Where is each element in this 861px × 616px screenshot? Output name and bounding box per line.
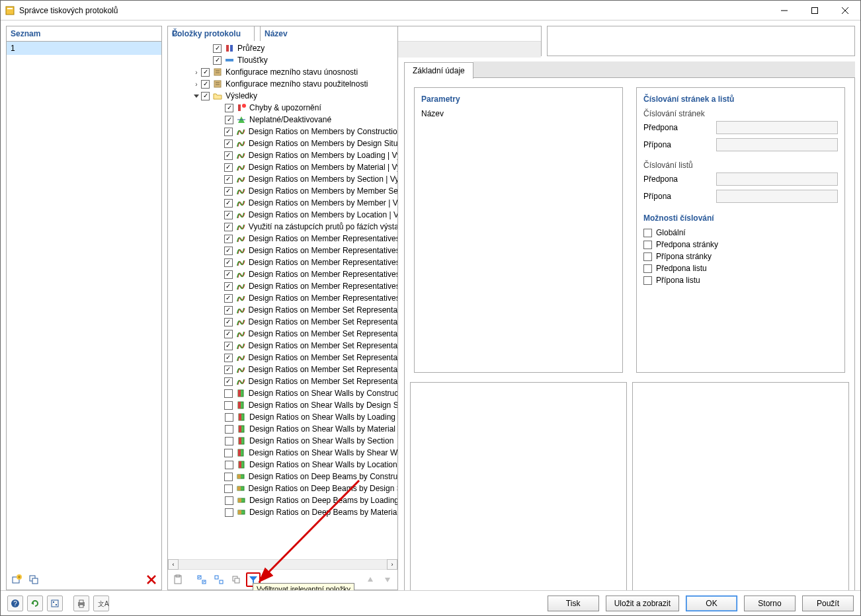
tree-item[interactable]: Design Ratios on Member Set Representati… [168,316,397,328]
tree-checkbox[interactable] [224,306,233,315]
maximize-button[interactable] [800,1,830,20]
numbering-option[interactable]: Globální [643,228,838,237]
tree-checkbox[interactable] [201,68,210,77]
tree-item[interactable]: Design Ratios on Member Set Representati… [168,375,397,387]
numbering-option[interactable]: Přípona listu [643,276,838,285]
tree-item[interactable]: Design Ratios on Members by Location | V… [168,209,397,221]
tree-item[interactable]: Design Ratios on Shear Walls by Shear Wa… [168,447,397,459]
tree-item[interactable]: Design Ratios on Members by Design Situa… [168,137,397,149]
tree-item[interactable]: Design Ratios on Members by Loading | Vy… [168,149,397,161]
tree-checkbox[interactable] [224,366,233,374]
scroll-right-button[interactable]: › [387,559,397,570]
tree-checkbox[interactable] [224,401,233,410]
tree-checkbox[interactable] [224,211,233,219]
checkbox[interactable] [643,264,652,273]
tree-item[interactable]: Design Ratios on Shear Walls by Loading [168,411,397,423]
tree-checkbox[interactable] [224,199,233,208]
tree-checkbox[interactable] [225,116,233,124]
tree-item[interactable]: Design Ratios on Shear Walls by Material [168,423,397,435]
settings-button[interactable] [47,596,63,611]
tree-item[interactable]: Design Ratios on Member Representatives … [168,233,397,245]
tree-item[interactable]: Design Ratios on Member Set Representati… [168,304,397,316]
tree-item[interactable]: ›Konfigurace mezního stavu použitelnosti [168,78,397,90]
tree[interactable]: PrůřezyTloušťky›Konfigurace mezního stav… [168,41,397,559]
tree-checkbox[interactable] [225,437,233,445]
tree-checkbox[interactable] [225,413,233,422]
tree-item[interactable]: Design Ratios on Shear Walls by Design S… [168,399,397,411]
tree-item[interactable]: Výsledky [168,90,397,102]
paste-button[interactable] [171,572,185,587]
tree-checkbox[interactable] [224,175,233,184]
tree-item[interactable]: Průřezy [168,42,397,54]
tree-item[interactable]: Design Ratios on Member Representatives … [168,280,397,292]
tree-item[interactable]: Design Ratios on Members by Member | Vyu… [168,197,397,209]
tree-item[interactable]: Design Ratios on Member Set Representati… [168,328,397,340]
checkbox[interactable] [643,276,652,285]
uncheck-all-button[interactable] [212,572,226,587]
tree-item[interactable]: Design Ratios on Deep Beams by Design Si… [168,482,397,494]
tree-checkbox[interactable] [225,461,233,469]
minimize-button[interactable] [769,1,800,20]
copy-item-button[interactable] [26,572,41,587]
tree-checkbox[interactable] [225,425,233,434]
tree-checkbox[interactable] [224,484,233,493]
tree-checkbox[interactable] [213,56,222,65]
tree-item[interactable]: Design Ratios on Member Representatives … [168,256,397,268]
tree-item[interactable]: Neplatné/Deaktivované [168,114,397,126]
horizontal-scrollbar[interactable]: ‹ › [168,559,397,570]
tree-checkbox[interactable] [224,235,233,243]
checkbox[interactable] [643,229,652,237]
tree-checkbox[interactable] [224,318,233,327]
tree-checkbox[interactable] [224,330,233,338]
numbering-option[interactable]: Předpona stránky [643,240,838,249]
help-button[interactable]: ? [7,596,23,611]
print-button-icon[interactable] [73,596,89,611]
check-all-button[interactable] [194,572,209,587]
tree-item[interactable]: Využití na zástupcích prutů po fázích vý… [168,221,397,233]
tree-checkbox[interactable] [224,389,233,398]
apply-button[interactable]: Použít [802,596,854,611]
param-name-input[interactable] [421,122,616,137]
sheets-suffix-input[interactable] [716,190,838,203]
tree-item[interactable]: Design Ratios on Member Set Representati… [168,364,397,375]
tree-item[interactable]: Design Ratios on Members by Material | V… [168,161,397,173]
tree-item[interactable]: Design Ratios on Deep Beams by Loading [168,494,397,506]
tree-item[interactable]: Design Ratios on Shear Walls by Construc… [168,387,397,399]
tree-item[interactable]: Design Ratios on Member Representatives … [168,268,397,280]
pages-prefix-input[interactable] [716,121,838,134]
pages-suffix-input[interactable] [716,138,838,151]
tree-item[interactable]: Design Ratios on Members by Member Set |… [168,185,397,197]
delete-item-button[interactable] [144,572,159,587]
tree-checkbox[interactable] [225,104,233,112]
tree-checkbox[interactable] [224,270,233,279]
tree-checkbox[interactable] [213,44,222,53]
tree-item[interactable]: Design Ratios on Members by Section | Vy… [168,173,397,185]
tree-item[interactable]: Design Ratios on Member Set Representati… [168,340,397,352]
tree-item[interactable]: Design Ratios on Member Representatives … [168,245,397,256]
tree-checkbox[interactable] [224,223,233,231]
tree-checkbox[interactable] [224,354,233,362]
new-item-button[interactable] [9,572,24,587]
tree-checkbox[interactable] [224,282,233,291]
tree-item[interactable]: Design Ratios on Member Representatives … [168,292,397,304]
print-button[interactable]: Tisk [548,596,599,611]
sheets-prefix-input[interactable] [716,173,838,186]
tree-checkbox[interactable] [224,449,233,457]
move-down-button[interactable] [380,572,395,587]
tree-checkbox[interactable] [201,80,210,89]
tree-checkbox[interactable] [224,128,233,136]
language-button[interactable]: 文A [93,596,109,611]
list-body[interactable]: 1 [7,42,161,570]
tree-checkbox[interactable] [224,247,233,255]
tree-item[interactable]: Design Ratios on Members by Construction… [168,126,397,137]
tree-checkbox[interactable] [224,342,233,350]
tree-checkbox[interactable] [201,92,210,100]
tree-item[interactable]: Design Ratios on Shear Walls by Section [168,435,397,447]
tree-expander[interactable]: › [192,81,201,88]
tree-checkbox[interactable] [224,139,233,148]
tree-checkbox[interactable] [224,151,233,160]
numbering-option[interactable]: Předpona listu [643,264,838,273]
tree-expander[interactable] [192,93,201,98]
close-button[interactable] [830,1,860,20]
tree-checkbox[interactable] [225,496,233,505]
